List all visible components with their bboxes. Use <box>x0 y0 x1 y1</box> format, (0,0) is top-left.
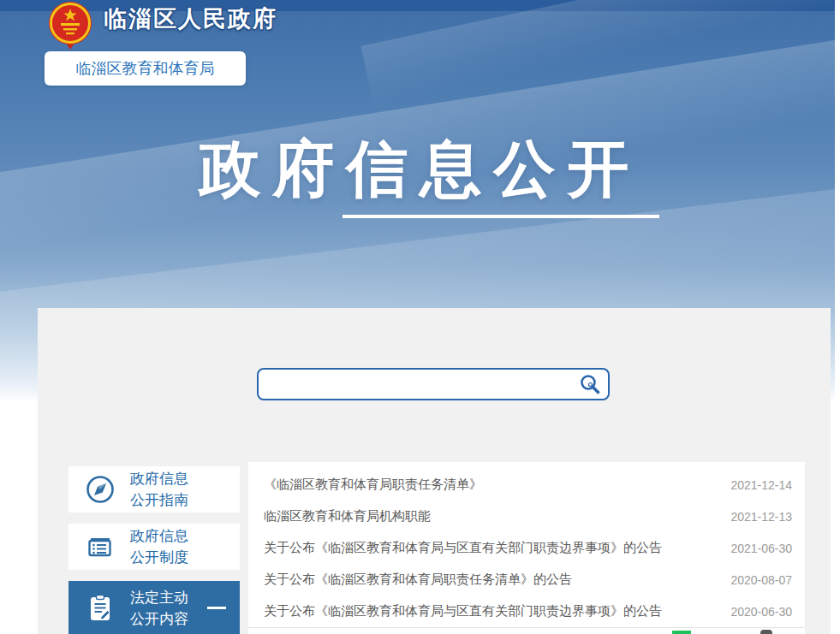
collapse-minus-icon[interactable] <box>207 607 226 609</box>
sidebar-item-guide[interactable]: 政府信息 公开指南 <box>69 466 240 513</box>
search-input[interactable] <box>259 370 572 399</box>
document-date: 2020-08-07 <box>730 573 792 587</box>
title-underline <box>343 215 659 218</box>
banner-streak <box>360 0 835 104</box>
list-item[interactable]: 关于公布《临淄区教育和体育局与区直有关部门职责边界事项》的公告 2020-06-… <box>248 595 805 627</box>
partial-cutoff-icon <box>760 630 772 634</box>
site-title: 临淄区人民政府 <box>104 3 277 34</box>
department-label: 临淄区教育和体育局 <box>76 58 215 79</box>
clipboard-pencil-icon <box>84 592 116 625</box>
site-brand[interactable]: 临淄区人民政府 <box>47 0 277 50</box>
list-item[interactable]: 临淄区教育和体育局机构职能 2021-12-13 <box>248 501 805 532</box>
document-date: 2021-12-14 <box>730 478 792 492</box>
search-icon <box>579 373 601 395</box>
national-emblem-icon <box>47 0 93 50</box>
department-button[interactable]: 临淄区教育和体育局 <box>45 51 246 86</box>
list-item[interactable]: 关于公布《临淄区教育和体育局与区直有关部门职责边界事项》的公告 2021-06-… <box>248 532 805 564</box>
sidebar: 政府信息 公开指南 政府信息 公开制度 法定主动 <box>69 466 240 634</box>
document-date: 2021-06-30 <box>730 542 792 555</box>
compass-icon <box>84 473 116 506</box>
list-item[interactable]: 《临淄区教育和体育局职责任务清单》 2021-12-14 <box>248 469 805 501</box>
search-box <box>257 368 610 400</box>
document-title[interactable]: 临淄区教育和体育局机构职能 <box>264 508 431 524</box>
document-date: 2021-12-13 <box>730 510 792 524</box>
document-icon <box>84 530 116 563</box>
document-title[interactable]: 关于公布《临淄区教育和体育局职责任务清单》的公告 <box>264 572 572 588</box>
search-button[interactable] <box>572 370 608 399</box>
document-date: 2020-06-30 <box>730 605 792 619</box>
page-title: 政府信息公开 <box>0 128 840 210</box>
document-rows: 《临淄区教育和体育局职责任务清单》 2021-12-14 临淄区教育和体育局机构… <box>248 469 805 628</box>
partial-cutoff-icon <box>672 631 691 634</box>
list-item[interactable]: 关于公布《临淄区教育和体育局职责任务清单》的公告 2020-08-07 <box>248 564 805 595</box>
sidebar-item-label: 政府信息 公开制度 <box>130 525 188 568</box>
sidebar-item-label: 政府信息 公开指南 <box>130 468 188 511</box>
document-title[interactable]: 关于公布《临淄区教育和体育局与区直有关部门职责边界事项》的公告 <box>264 540 662 556</box>
sidebar-item-proactive-disclosure[interactable]: 法定主动 公开内容 <box>69 581 240 634</box>
sidebar-item-system[interactable]: 政府信息 公开制度 <box>69 524 240 570</box>
document-title[interactable]: 关于公布《临淄区教育和体育局与区直有关部门职责边界事项》的公告 <box>264 603 662 619</box>
sidebar-item-label: 法定主动 公开内容 <box>130 587 188 630</box>
document-list: 《临淄区教育和体育局职责任务清单》 2021-12-14 临淄区教育和体育局机构… <box>248 462 805 634</box>
document-title[interactable]: 《临淄区教育和体育局职责任务清单》 <box>264 477 482 493</box>
